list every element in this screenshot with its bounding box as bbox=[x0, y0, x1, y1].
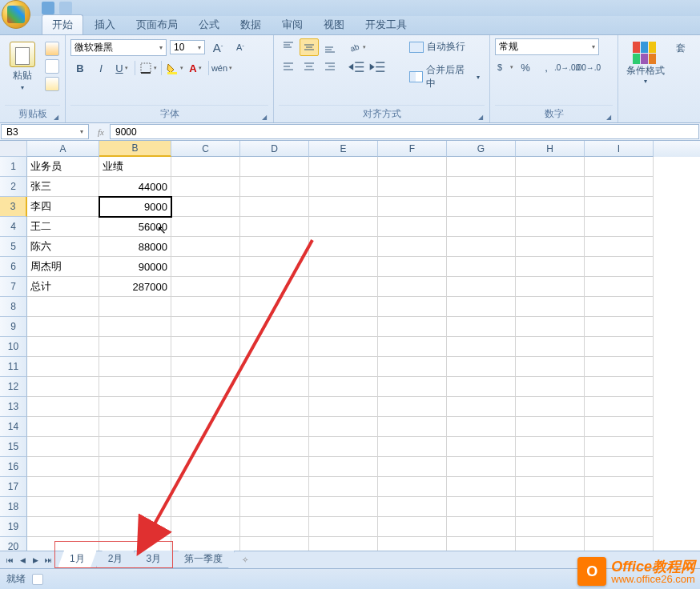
italic-button[interactable]: I bbox=[91, 59, 111, 77]
number-format-combo[interactable]: 常规▾ bbox=[495, 38, 599, 55]
cell-B13[interactable] bbox=[99, 397, 171, 417]
cell-I11[interactable] bbox=[585, 357, 654, 377]
cell-F17[interactable] bbox=[378, 477, 447, 497]
cell-H14[interactable] bbox=[516, 417, 585, 437]
cell-E2[interactable] bbox=[309, 177, 378, 197]
cell-I1[interactable] bbox=[585, 157, 654, 177]
cell-A13[interactable] bbox=[27, 397, 99, 417]
cell-E6[interactable] bbox=[309, 257, 378, 277]
cell-H8[interactable] bbox=[516, 297, 585, 317]
increase-indent-button[interactable] bbox=[368, 59, 388, 77]
cell-H4[interactable] bbox=[516, 217, 585, 237]
grow-font-button[interactable]: Aˆ bbox=[208, 38, 227, 56]
cell-H2[interactable] bbox=[516, 177, 585, 197]
cell-A14[interactable] bbox=[27, 417, 99, 437]
cell-D1[interactable] bbox=[240, 157, 309, 177]
cell-H16[interactable] bbox=[516, 457, 585, 477]
cell-D4[interactable] bbox=[240, 217, 309, 237]
merge-center-button[interactable]: 合并后居中▾ bbox=[404, 62, 485, 92]
decrease-indent-button[interactable] bbox=[348, 59, 367, 77]
cell-D17[interactable] bbox=[240, 477, 309, 497]
cell-B8[interactable] bbox=[99, 297, 171, 317]
cell-C7[interactable] bbox=[171, 277, 240, 297]
cell-F13[interactable] bbox=[378, 397, 447, 417]
cell-E9[interactable] bbox=[309, 317, 378, 337]
cell-I15[interactable] bbox=[585, 437, 654, 457]
cell-B16[interactable] bbox=[99, 457, 171, 477]
cell-A8[interactable] bbox=[27, 297, 99, 317]
underline-button[interactable]: U bbox=[112, 59, 131, 77]
tab-view[interactable]: 视图 bbox=[314, 15, 354, 34]
cell-A1[interactable]: 业务员 bbox=[27, 157, 99, 177]
cell-A7[interactable]: 总计 bbox=[27, 277, 99, 297]
cell-C4[interactable] bbox=[171, 217, 240, 237]
cell-F12[interactable] bbox=[378, 377, 447, 397]
cell-I6[interactable] bbox=[585, 257, 654, 277]
align-right-button[interactable] bbox=[320, 58, 340, 75]
row-header-15[interactable]: 15 bbox=[0, 437, 27, 457]
cell-G18[interactable] bbox=[447, 497, 516, 517]
sheet-nav-prev[interactable]: ◀ bbox=[16, 554, 29, 567]
col-header-D[interactable]: D bbox=[240, 141, 309, 157]
cell-C9[interactable] bbox=[171, 317, 240, 337]
sheet-tab-第一季度[interactable]: 第一季度 bbox=[172, 551, 235, 568]
formula-input[interactable]: 9000 bbox=[110, 124, 699, 139]
tab-page-layout[interactable]: 页面布局 bbox=[127, 15, 187, 34]
cell-H5[interactable] bbox=[516, 237, 585, 257]
align-left-button[interactable] bbox=[279, 58, 298, 75]
cell-G6[interactable] bbox=[447, 257, 516, 277]
name-box[interactable]: B3▾ bbox=[1, 124, 89, 139]
row-header-8[interactable]: 8 bbox=[0, 297, 27, 317]
tab-data[interactable]: 数据 bbox=[231, 15, 271, 34]
cell-D6[interactable] bbox=[240, 257, 309, 277]
cell-E16[interactable] bbox=[309, 457, 378, 477]
cell-H9[interactable] bbox=[516, 317, 585, 337]
cell-D18[interactable] bbox=[240, 497, 309, 517]
row-header-11[interactable]: 11 bbox=[0, 357, 27, 377]
row-header-17[interactable]: 17 bbox=[0, 477, 27, 497]
col-header-A[interactable]: A bbox=[27, 141, 99, 157]
cell-C3[interactable] bbox=[171, 197, 240, 217]
cell-B5[interactable]: 88000 bbox=[99, 237, 171, 257]
row-header-19[interactable]: 19 bbox=[0, 517, 27, 537]
fx-icon[interactable]: fx bbox=[93, 127, 106, 137]
row-header-6[interactable]: 6 bbox=[0, 257, 27, 277]
cell-B18[interactable] bbox=[99, 497, 171, 517]
cell-D13[interactable] bbox=[240, 397, 309, 417]
cell-G3[interactable] bbox=[447, 197, 516, 217]
cell-F18[interactable] bbox=[378, 497, 447, 517]
cell-H13[interactable] bbox=[516, 397, 585, 417]
font-color-button[interactable]: A bbox=[186, 59, 205, 77]
cell-C8[interactable] bbox=[171, 297, 240, 317]
format-painter-icon[interactable] bbox=[45, 77, 59, 91]
increase-decimal-button[interactable]: .0→.00 bbox=[557, 58, 577, 76]
cell-H11[interactable] bbox=[516, 357, 585, 377]
cell-H10[interactable] bbox=[516, 337, 585, 357]
row-header-1[interactable]: 1 bbox=[0, 157, 27, 177]
cell-H17[interactable] bbox=[516, 477, 585, 497]
row-header-3[interactable]: 3 bbox=[0, 197, 27, 217]
cell-E10[interactable] bbox=[309, 337, 378, 357]
cell-B6[interactable]: 90000 bbox=[99, 257, 171, 277]
cell-F9[interactable] bbox=[378, 317, 447, 337]
col-header-E[interactable]: E bbox=[309, 141, 378, 157]
cell-I4[interactable] bbox=[585, 217, 654, 237]
cell-D19[interactable] bbox=[240, 517, 309, 537]
cell-D15[interactable] bbox=[240, 437, 309, 457]
cell-G17[interactable] bbox=[447, 477, 516, 497]
cell-I7[interactable] bbox=[585, 277, 654, 297]
cell-C11[interactable] bbox=[171, 357, 240, 377]
decrease-decimal-button[interactable]: .00→.0 bbox=[578, 58, 597, 76]
row-header-7[interactable]: 7 bbox=[0, 277, 27, 297]
cell-D11[interactable] bbox=[240, 357, 309, 377]
cell-E12[interactable] bbox=[309, 377, 378, 397]
cell-G4[interactable] bbox=[447, 217, 516, 237]
cell-F7[interactable] bbox=[378, 277, 447, 297]
cell-D12[interactable] bbox=[240, 377, 309, 397]
cell-F8[interactable] bbox=[378, 297, 447, 317]
shrink-font-button[interactable]: Aˇ bbox=[231, 38, 250, 56]
cell-G10[interactable] bbox=[447, 337, 516, 357]
cell-F14[interactable] bbox=[378, 417, 447, 437]
cell-A12[interactable] bbox=[27, 377, 99, 397]
cell-E14[interactable] bbox=[309, 417, 378, 437]
